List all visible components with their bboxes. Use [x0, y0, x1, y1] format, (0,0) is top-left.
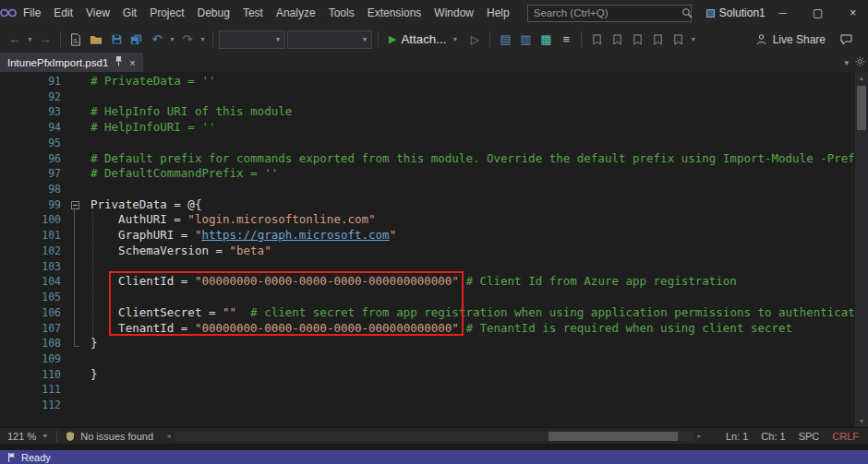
code-line-109[interactable]: 109	[0, 351, 855, 367]
code-line-102[interactable]: 102 SchemaVersion = "beta"	[0, 244, 855, 259]
line-number[interactable]: 111	[0, 382, 66, 398]
active-files-dropdown-icon[interactable]: ▾	[844, 58, 849, 67]
line-number[interactable]: 104	[0, 274, 66, 290]
line-number[interactable]: 97	[0, 166, 66, 182]
code-line-105[interactable]: 105	[0, 290, 855, 305]
solution-name[interactable]: Solution1	[706, 6, 766, 19]
code-line-93[interactable]: 93# HelpInfo URI of this module	[0, 104, 855, 120]
line-number[interactable]: 94	[0, 120, 66, 136]
open-file-icon[interactable]	[87, 30, 105, 49]
line-number[interactable]: 93	[0, 104, 66, 120]
output-window-icon[interactable]: ≡	[557, 30, 575, 49]
line-number[interactable]: 102	[0, 244, 66, 259]
next-bookmark-icon[interactable]	[628, 30, 646, 49]
tab-intunepfximport[interactable]: IntunePfxImport.psd1 ×	[0, 53, 143, 72]
code-line-97[interactable]: 97# DefaultCommandPrefix = ''	[0, 166, 855, 182]
line-number[interactable]: 112	[0, 398, 66, 413]
attach-button[interactable]: ▶ Attach... ▾	[384, 30, 464, 50]
toggle-bookmark-icon[interactable]	[587, 30, 606, 49]
menu-item-file[interactable]: File	[17, 0, 47, 26]
menu-item-tools[interactable]: Tools	[322, 0, 361, 26]
redo-icon[interactable]: ↷	[178, 30, 197, 49]
line-number[interactable]: 106	[0, 305, 66, 321]
live-share-button[interactable]: Live Share	[755, 33, 826, 46]
scroll-right-icon[interactable]: ▸	[693, 432, 705, 440]
code-line-106[interactable]: 106 ClientSecret = "" # client secret fr…	[0, 305, 855, 321]
redo-dropdown-icon[interactable]: ▾	[199, 35, 207, 43]
code-line-112[interactable]: 112	[0, 398, 855, 413]
scroll-up-icon[interactable]: ▴	[860, 72, 863, 84]
search-icon[interactable]	[681, 7, 698, 18]
maximize-icon[interactable]: ▢	[801, 0, 836, 26]
save-icon[interactable]	[107, 30, 126, 49]
menu-item-git[interactable]: Git	[116, 0, 143, 26]
code-line-107[interactable]: 107 TenantId = "00000000-0000-0000-0000-…	[0, 321, 855, 337]
navigate-backward-icon[interactable]: ←	[6, 30, 24, 49]
solution-configurations-dropdown[interactable]: ▾	[219, 30, 285, 49]
menu-item-help[interactable]: Help	[480, 0, 516, 26]
minimize-icon[interactable]: ─	[766, 0, 801, 26]
code-line-96[interactable]: 96# Default prefix for commands exported…	[0, 151, 855, 167]
code-line-98[interactable]: 98	[0, 182, 855, 197]
solution-platforms-dropdown[interactable]: ▾	[287, 30, 372, 49]
solution-explorer-icon[interactable]: ▤	[496, 30, 514, 49]
line-number[interactable]: 98	[0, 182, 66, 197]
start-without-debugging-icon[interactable]: ▷	[465, 30, 484, 49]
editor-settings-gear-icon[interactable]	[855, 56, 865, 68]
menu-item-debug[interactable]: Debug	[191, 0, 236, 26]
new-file-icon[interactable]	[66, 30, 85, 49]
menu-item-project[interactable]: Project	[143, 0, 190, 26]
line-number[interactable]: 103	[0, 259, 66, 275]
code-line-92[interactable]: 92	[0, 89, 855, 105]
vertical-scrollbar[interactable]: ▴ ▾	[855, 72, 868, 427]
code-segment-link[interactable]: https://graph.microsoft.com	[201, 228, 389, 242]
code-line-103[interactable]: 103	[0, 259, 855, 275]
line-number[interactable]: 109	[0, 351, 66, 367]
code-line-108[interactable]: 108}	[0, 336, 855, 351]
horizontal-scrollbar-thumb[interactable]	[549, 432, 678, 441]
code-line-110[interactable]: 110}	[0, 367, 855, 383]
horizontal-scrollbar-track[interactable]	[175, 432, 693, 441]
line-indicator[interactable]: Ln: 1	[726, 431, 748, 442]
bookmark-folder-icon[interactable]	[648, 30, 667, 49]
navigate-forward-icon[interactable]: →	[36, 30, 54, 49]
menu-item-window[interactable]: Window	[428, 0, 480, 26]
navigate-backward-dropdown-icon[interactable]: ▾	[26, 35, 34, 43]
code-line-94[interactable]: 94# HelpInfoURI = ''	[0, 120, 855, 136]
fold-toggle-icon[interactable]	[66, 197, 83, 213]
tab-close-icon[interactable]: ×	[129, 57, 135, 68]
line-number[interactable]: 95	[0, 136, 66, 151]
document-health-indicator[interactable]: No issues found	[57, 431, 161, 442]
close-icon[interactable]: ×	[836, 0, 868, 26]
undo-dropdown-icon[interactable]: ▾	[168, 35, 176, 43]
horizontal-scrollbar[interactable]: ◂ ▸	[163, 428, 705, 444]
send-feedback-icon[interactable]	[837, 30, 855, 49]
code-line-99[interactable]: 99PrivateData = @{	[0, 197, 855, 213]
line-number[interactable]: 101	[0, 228, 66, 244]
previous-bookmark-icon[interactable]	[608, 30, 626, 49]
vertical-scrollbar-thumb[interactable]	[857, 86, 866, 130]
scroll-down-icon[interactable]: ▾	[860, 415, 863, 427]
watch-window-icon[interactable]: ▦	[536, 30, 555, 49]
code-line-100[interactable]: 100 AuthURI = "login.microsoftonline.com…	[0, 212, 855, 228]
line-number[interactable]: 99	[0, 197, 66, 213]
toolbar-overflow-icon[interactable]: ▾	[689, 35, 697, 43]
collapse-box-icon[interactable]	[71, 201, 79, 209]
code-line-101[interactable]: 101 GraphURI = "https://graph.microsoft.…	[0, 228, 855, 244]
menu-item-extensions[interactable]: Extensions	[361, 0, 428, 26]
menu-item-edit[interactable]: Edit	[47, 0, 79, 26]
line-number[interactable]: 96	[0, 151, 66, 167]
line-number[interactable]: 108	[0, 336, 66, 351]
code-line-91[interactable]: 91# PrivateData = ''	[0, 74, 855, 89]
save-all-icon[interactable]	[127, 30, 146, 49]
line-number[interactable]: 107	[0, 321, 66, 337]
code-editor[interactable]: 91# PrivateData = ''9293# HelpInfo URI o…	[0, 72, 855, 427]
menu-item-test[interactable]: Test	[236, 0, 270, 26]
menu-item-view[interactable]: View	[79, 0, 116, 26]
scroll-left-icon[interactable]: ◂	[163, 432, 175, 440]
clear-bookmarks-icon[interactable]	[669, 30, 687, 49]
column-indicator[interactable]: Ch: 1	[761, 431, 785, 442]
code-line-111[interactable]: 111	[0, 382, 855, 398]
show-all-files-icon[interactable]: ▥	[516, 30, 535, 49]
spaces-indicator[interactable]: SPC	[799, 431, 820, 442]
